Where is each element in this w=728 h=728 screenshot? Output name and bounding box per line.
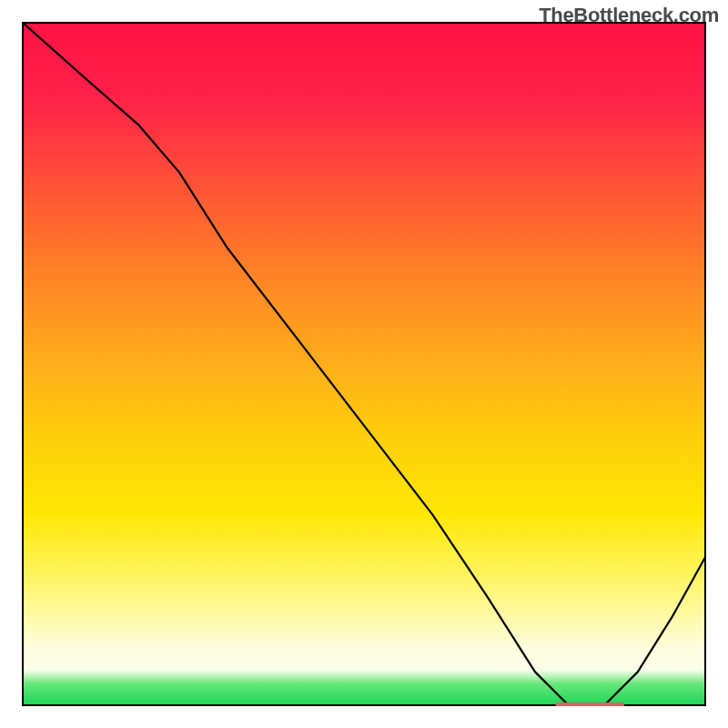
chart-stage: TheBottleneck.com [0,0,728,728]
chart-panel [22,22,706,706]
